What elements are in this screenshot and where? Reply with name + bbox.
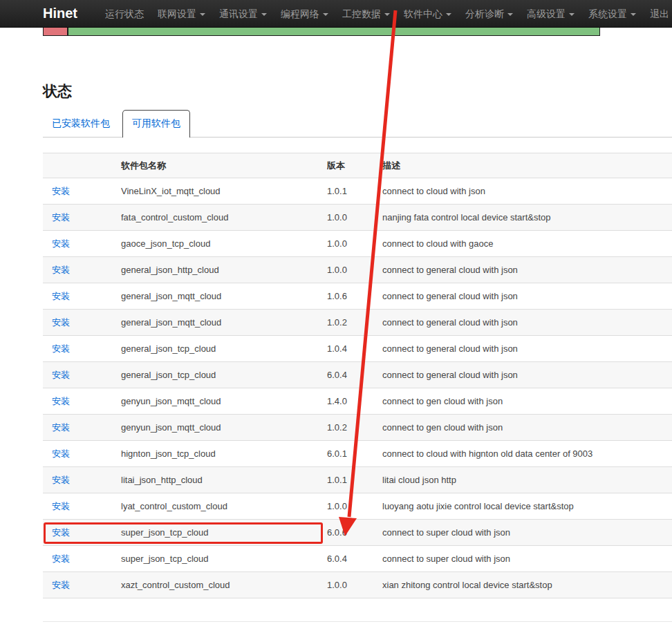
cell-action: 安装 xyxy=(43,211,121,224)
install-link[interactable]: 安装 xyxy=(52,265,70,275)
install-link[interactable]: 安装 xyxy=(52,527,70,538)
install-link[interactable]: 安装 xyxy=(52,422,70,433)
cell-description: connect to general cloud with json xyxy=(382,370,672,380)
install-link[interactable]: 安装 xyxy=(52,396,70,406)
table-row: 安装gaoce_json_tcp_cloud1.0.0connect to cl… xyxy=(43,231,672,257)
nav-item-10[interactable]: 退出 xyxy=(643,0,672,28)
install-link[interactable]: 安装 xyxy=(52,370,70,380)
nav-item-label: 编程网络 xyxy=(281,8,319,19)
cell-package-name: genyun_json_mqtt_cloud xyxy=(121,396,327,406)
nav-item-label: 软件中心 xyxy=(404,8,442,19)
nav-item-label: 分析诊断 xyxy=(465,8,504,19)
install-link[interactable]: 安装 xyxy=(52,580,70,590)
tab-2[interactable]: 可用软件包 xyxy=(122,110,190,138)
nav-item-9[interactable]: 系统设置 xyxy=(581,0,643,28)
nav-item-3[interactable]: 通讯设置 xyxy=(212,0,274,28)
install-link[interactable]: 安装 xyxy=(52,291,70,301)
cell-description: connect to general cloud with json xyxy=(382,265,672,275)
nav-item-label: 联网设置 xyxy=(158,8,196,19)
table-row: 安装super_json_tcp_cloud6.0.6connect to su… xyxy=(43,520,672,546)
install-link[interactable]: 安装 xyxy=(52,317,70,328)
packages-table: 软件包名称 版本 描述 安装VineLinX_iot_mqtt_cloud1.0… xyxy=(43,153,672,598)
chevron-down-icon xyxy=(631,13,636,16)
chevron-down-icon xyxy=(200,13,205,16)
cell-action: 安装 xyxy=(43,316,121,329)
cell-description: nanjing fata control local device start&… xyxy=(382,212,672,223)
cell-version: 1.0.2 xyxy=(327,317,382,328)
table-row: 安装hignton_json_tcp_cloud6.0.1connect to … xyxy=(43,441,672,467)
cell-version: 1.4.0 xyxy=(327,396,382,406)
chevron-down-icon xyxy=(384,13,390,16)
nav-items: 运行状态联网设置通讯设置编程网络工控数据软件中心分析诊断高级设置系统设置退出 xyxy=(98,0,672,27)
install-link[interactable]: 安装 xyxy=(52,475,70,485)
cell-action: 安装 xyxy=(43,527,121,539)
cell-action: 安装 xyxy=(43,500,121,513)
cell-version: 1.0.2 xyxy=(327,422,382,433)
cell-package-name: hignton_json_tcp_cloud xyxy=(121,448,327,459)
cell-package-name: general_json_mqtt_cloud xyxy=(121,291,327,301)
nav-item-label: 工控数据 xyxy=(342,8,381,19)
cell-version: 1.0.0 xyxy=(327,238,382,249)
install-link[interactable]: 安装 xyxy=(52,343,70,354)
nav-item-2[interactable]: 联网设置 xyxy=(151,0,212,28)
chevron-down-icon xyxy=(569,13,575,16)
cell-version: 6.0.6 xyxy=(327,527,382,538)
install-link[interactable]: 安装 xyxy=(52,238,70,249)
cell-package-name: gaoce_json_tcp_cloud xyxy=(121,238,327,249)
install-link[interactable]: 安装 xyxy=(52,448,70,459)
chevron-down-icon xyxy=(323,13,328,16)
nav-item-7[interactable]: 分析诊断 xyxy=(458,0,520,28)
cell-description: litai cloud json http xyxy=(382,475,672,485)
cell-package-name: general_json_http_cloud xyxy=(121,265,327,275)
page-title: 状态 xyxy=(43,82,672,101)
cell-version: 1.0.1 xyxy=(327,186,382,196)
nav-item-label: 退出 xyxy=(650,8,669,19)
progress-segment-red xyxy=(43,27,68,36)
cell-version: 6.0.4 xyxy=(327,370,382,380)
install-link[interactable]: 安装 xyxy=(52,212,70,223)
cell-package-name: litai_json_http_cloud xyxy=(121,475,327,485)
table-row: 安装VineLinX_iot_mqtt_cloud1.0.1connect to… xyxy=(43,178,672,205)
nav-item-6[interactable]: 软件中心 xyxy=(397,0,458,28)
cell-action: 安装 xyxy=(43,290,121,303)
table-row: 安装general_json_mqtt_cloud1.0.2connect to… xyxy=(43,310,672,336)
cell-action: 安装 xyxy=(43,448,121,460)
nav-item-label: 高级设置 xyxy=(527,8,566,19)
table-row: 安装general_json_tcp_cloud6.0.4connect to … xyxy=(43,362,672,388)
cell-description: connect to general cloud with json xyxy=(382,317,672,328)
nav-item-label: 通讯设置 xyxy=(219,8,258,19)
cell-description: connect to super cloud with json xyxy=(382,527,672,538)
nav-item-5[interactable]: 工控数据 xyxy=(335,0,397,28)
table-row: 安装fata_control_custom_cloud1.0.0nanjing … xyxy=(43,205,672,231)
cell-description: connect to cloud with gaoce xyxy=(382,238,672,249)
cell-package-name: xazt_control_custom_cloud xyxy=(121,580,327,590)
cell-version: 1.0.4 xyxy=(327,343,382,354)
cell-version: 1.0.0 xyxy=(327,265,382,275)
bottom-divider xyxy=(43,621,672,622)
install-link[interactable]: 安装 xyxy=(52,501,70,511)
cell-version: 1.0.0 xyxy=(327,212,382,223)
progress-bar xyxy=(43,27,600,36)
cell-action: 安装 xyxy=(43,422,121,434)
col-header-name: 软件包名称 xyxy=(121,160,327,172)
cell-description: connect to super cloud with json xyxy=(382,554,672,564)
cell-package-name: super_json_tcp_cloud xyxy=(121,554,327,564)
cell-description: connect to general cloud with json xyxy=(382,291,672,301)
cell-action: 安装 xyxy=(43,264,121,276)
cell-package-name: super_json_tcp_cloud xyxy=(121,527,327,538)
col-header-version: 版本 xyxy=(327,160,382,172)
table-row: 安装general_json_http_cloud1.0.0connect to… xyxy=(43,257,672,283)
cell-version: 1.0.6 xyxy=(327,291,382,301)
nav-item-4[interactable]: 编程网络 xyxy=(274,0,335,28)
tab-1[interactable]: 已安装软件包 xyxy=(43,111,119,137)
table-header: 软件包名称 版本 描述 xyxy=(43,153,672,178)
cell-version: 1.0.0 xyxy=(327,501,382,511)
cell-description: xian zhitong control local device start&… xyxy=(382,580,672,590)
nav-item-8[interactable]: 高级设置 xyxy=(520,0,581,28)
cell-description: connect to gen cloud with json xyxy=(382,396,672,406)
cell-description: connect to general cloud with json xyxy=(382,343,672,354)
nav-item-1[interactable]: 运行状态 xyxy=(98,0,151,28)
install-link[interactable]: 安装 xyxy=(52,554,70,564)
brand-logo[interactable]: Hinet xyxy=(43,6,77,21)
install-link[interactable]: 安装 xyxy=(52,186,70,196)
